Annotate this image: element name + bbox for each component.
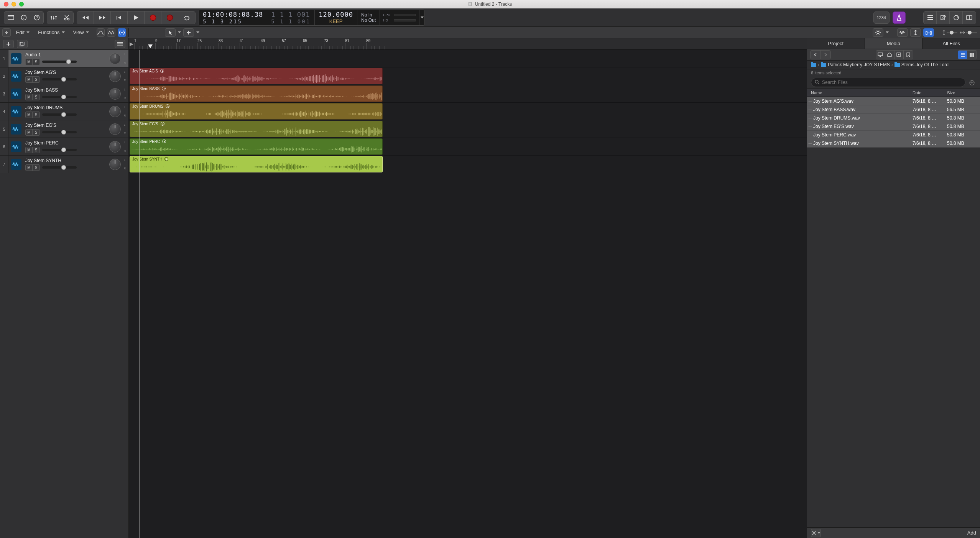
browser-forward-button[interactable]	[821, 51, 830, 59]
volume-slider[interactable]	[42, 149, 77, 151]
notepad-button[interactable]	[937, 11, 950, 24]
track-header[interactable]: 6 Joy Stem PERC M S LR	[0, 138, 128, 156]
add-marker-dropdown[interactable]	[196, 31, 199, 33]
link-icon[interactable]	[118, 28, 126, 37]
track-menu-icon[interactable]	[2, 28, 11, 37]
track-name[interactable]: Joy Stem SYNTH	[25, 158, 105, 163]
lcd-dropdown[interactable]	[419, 10, 424, 25]
file-row[interactable]: — Joy Stem DRUMS.wav 7/6/18, 8:… 50.8 MB	[807, 114, 980, 122]
add-marker-icon[interactable]	[183, 28, 194, 37]
vertical-zoom-icon[interactable]	[910, 28, 921, 37]
browser-back-button[interactable]	[811, 51, 821, 59]
library-button[interactable]	[4, 11, 17, 24]
pan-knob[interactable]	[109, 71, 121, 82]
browser-path[interactable]: › Patrick Mayberry-JOY STEMS › Stems Joy…	[807, 61, 980, 69]
track-name[interactable]: Joy Stem PERC	[25, 140, 105, 146]
horizontal-zoom-slider[interactable]	[960, 31, 977, 34]
arrange-track-lane[interactable]: Joy Stem EG'S	[129, 120, 807, 138]
path-segment[interactable]: Stems Joy Of The Lord	[901, 62, 949, 67]
track-type-icon[interactable]	[8, 50, 24, 67]
audio-region[interactable]: Joy Stem SYNTH	[130, 156, 383, 172]
edit-menu[interactable]: Edit	[13, 28, 33, 36]
browser-action-menu[interactable]	[811, 529, 821, 537]
pan-knob[interactable]	[109, 141, 121, 153]
lcd-no-in[interactable]: No In	[361, 12, 376, 18]
file-row[interactable]: — Joy Stem SYNTH.wav 7/6/18, 8:… 50.8 MB	[807, 139, 980, 148]
loop-browser-button[interactable]	[950, 11, 963, 24]
solo-button[interactable]: S	[33, 77, 39, 82]
mute-button[interactable]: M	[26, 165, 33, 171]
gear-dropdown[interactable]	[886, 31, 889, 33]
solo-button[interactable]: S	[33, 59, 39, 65]
lcd-bars[interactable]: 5 1 3 215	[203, 18, 263, 25]
arrange-track-lane[interactable]	[129, 50, 807, 67]
solo-button[interactable]: S	[33, 94, 39, 100]
solo-button[interactable]: S	[33, 112, 39, 118]
mute-button[interactable]: M	[26, 94, 33, 100]
rewind-button[interactable]	[77, 11, 94, 24]
smart-controls-button[interactable]	[47, 11, 60, 24]
gear-icon[interactable]	[873, 28, 883, 37]
mute-button[interactable]: M	[26, 147, 33, 153]
track-header[interactable]: 3 Joy Stem BASS M S LR	[0, 85, 128, 103]
pan-knob[interactable]	[109, 88, 121, 100]
volume-slider[interactable]	[42, 166, 77, 169]
lcd-locator-bottom[interactable]: 5 1 1 001	[271, 18, 311, 25]
track-type-icon[interactable]	[8, 156, 24, 173]
column-size[interactable]: Size	[947, 90, 980, 95]
browser-home-icon[interactable]	[885, 51, 894, 59]
record-button[interactable]	[145, 11, 161, 24]
media-browser-button[interactable]	[963, 11, 976, 24]
lcd-locator-top[interactable]: 1 1 1 001	[271, 11, 311, 18]
audio-region[interactable]: Joy Stem BASS	[130, 85, 383, 102]
pointer-tool-dropdown[interactable]	[178, 31, 181, 33]
file-row[interactable]: — Joy Stem BASS.wav 7/6/18, 8:… 56.5 MB	[807, 105, 980, 114]
pan-knob[interactable]	[109, 123, 121, 135]
mute-button[interactable]: M	[26, 112, 33, 118]
arrange-track-lane[interactable]: Joy Stem SYNTH	[129, 156, 807, 173]
audio-region[interactable]: Joy Stem AG'S	[130, 68, 383, 84]
browser-project-icon[interactable]	[894, 51, 904, 59]
volume-slider[interactable]	[42, 131, 77, 133]
volume-slider[interactable]	[42, 61, 77, 63]
arrange-area[interactable]: ▶ 1917253341495765738189 Joy Stem AG'S J…	[129, 38, 807, 538]
file-row[interactable]: — Joy Stem AG'S.wav 7/6/18, 8:… 50.8 MB	[807, 97, 980, 105]
tab-media[interactable]: Media	[865, 38, 923, 49]
track-name[interactable]: Joy Stem DRUMS	[25, 105, 105, 110]
path-segment[interactable]: Patrick Mayberry-JOY STEMS	[828, 62, 890, 67]
track-type-icon[interactable]	[8, 85, 24, 102]
mute-button[interactable]: M	[26, 77, 33, 82]
duplicate-track-icon[interactable]	[17, 40, 28, 48]
track-header[interactable]: 5 Joy Stem EG'S M S LR	[0, 120, 128, 138]
mute-button[interactable]: M	[26, 59, 33, 65]
track-header[interactable]: 4 Joy Stem DRUMS M S LR	[0, 103, 128, 120]
lcd-smpte[interactable]: 01:00:08:08.38	[203, 11, 263, 18]
inspector-button[interactable]: i	[17, 11, 30, 24]
global-tracks-icon[interactable]	[115, 40, 125, 48]
track-type-icon[interactable]	[8, 120, 24, 138]
track-name[interactable]: Joy Stem AG'S	[25, 70, 105, 75]
solo-button[interactable]: S	[33, 165, 39, 171]
pan-knob[interactable]	[109, 159, 121, 170]
arrange-track-lane[interactable]: Joy Stem AG'S	[129, 67, 807, 85]
lcd-keep[interactable]: KEEP	[319, 18, 353, 24]
view-menu[interactable]: View	[70, 28, 92, 36]
audio-region[interactable]: Joy Stem PERC	[130, 138, 383, 155]
pan-knob[interactable]	[109, 106, 121, 117]
search-input[interactable]	[811, 78, 965, 87]
go-to-beginning-button[interactable]	[111, 11, 128, 24]
browser-add-button[interactable]: Add	[967, 530, 976, 536]
tab-project[interactable]: Project	[807, 38, 865, 49]
pan-knob[interactable]	[109, 53, 121, 64]
forward-button[interactable]	[94, 11, 111, 24]
search-add-button[interactable]	[968, 79, 976, 87]
browser-list-view-icon[interactable]	[958, 51, 967, 59]
snap-to-grid-icon[interactable]	[923, 28, 934, 37]
master-level-button[interactable]: 1234	[873, 11, 890, 24]
functions-menu[interactable]: Functions	[35, 28, 67, 36]
pointer-tool[interactable]	[165, 28, 176, 37]
audio-region[interactable]: Joy Stem EG'S	[130, 121, 383, 137]
flex-icon[interactable]	[107, 28, 115, 37]
column-date[interactable]: Date	[913, 90, 947, 95]
tab-all-files[interactable]: All Files	[922, 38, 980, 49]
